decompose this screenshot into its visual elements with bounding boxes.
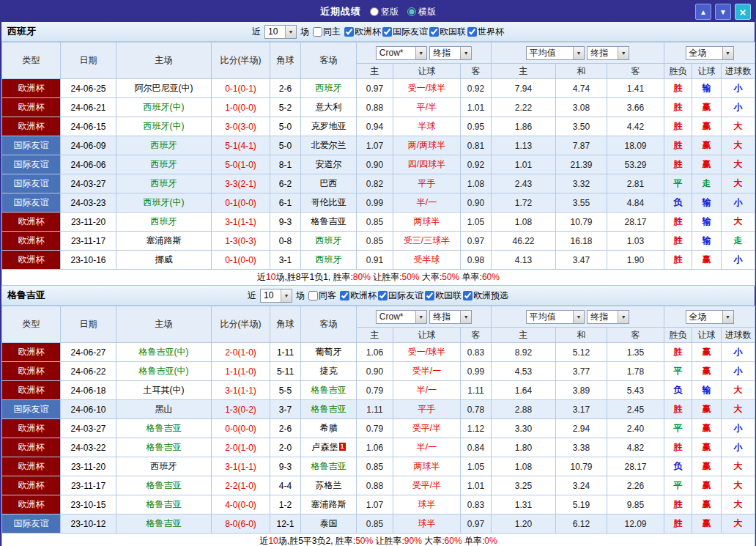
home-team: 黑山 <box>116 400 212 419</box>
result-goals: 大 <box>722 155 755 174</box>
scope-select[interactable]: 全场▼ <box>686 46 734 60</box>
avg-odds-home: 1.64 <box>492 381 556 400</box>
close-button[interactable]: × <box>735 4 751 20</box>
avg-odds-away: 4.82 <box>607 438 664 457</box>
competition-checkbox[interactable]: 国际友谊 <box>378 289 423 302</box>
summary-label: 近 <box>257 272 266 282</box>
home-team: 格鲁吉亚 <box>116 438 212 457</box>
layout-horizontal-option[interactable]: 横版 <box>407 6 436 18</box>
section-filterbar: 西班牙 近 10▼ 场 同主 欧洲杯国际友谊欧国联世界杯 <box>1 22 755 42</box>
competition-checkbox[interactable]: 国际友谊 <box>382 26 428 38</box>
move-up-button[interactable]: ▲ <box>695 4 711 20</box>
match-type: 欧洲杯 <box>2 79 61 98</box>
recent-count-select[interactable]: 10▼ <box>260 289 292 303</box>
same-venue-input[interactable] <box>313 27 322 37</box>
result-goals: 小 <box>722 419 755 438</box>
result-wdl: 负 <box>664 193 692 213</box>
average-stage-select[interactable]: 终指▼ <box>587 46 629 60</box>
away-team: 格鲁吉亚 <box>301 400 357 419</box>
result-wdl: 胜 <box>664 98 692 117</box>
score: 0-1(0-0) <box>212 193 270 213</box>
average-select[interactable]: 平均值▼ <box>526 310 585 324</box>
handicap-odds-home: 0.85 <box>357 514 393 534</box>
summary-value: 50% <box>355 536 373 546</box>
move-down-button[interactable]: ▼ <box>715 4 731 20</box>
scope-select[interactable]: 全场▼ <box>686 310 734 324</box>
competition-checkbox[interactable]: 欧洲杯 <box>340 289 377 302</box>
competition-checkbox[interactable]: 欧洲预选 <box>463 289 508 302</box>
competition-input[interactable] <box>429 27 439 37</box>
competition-checkbox[interactable]: 欧洲杯 <box>344 26 381 38</box>
home-team: 西班牙 <box>116 174 212 193</box>
horizontal-radio[interactable] <box>407 7 416 16</box>
competition-label: 欧国联 <box>440 26 466 38</box>
bookmaker-select[interactable]: Crow*▼ <box>376 310 427 324</box>
competition-input[interactable] <box>344 27 354 37</box>
handicap-odds-away: 1.01 <box>461 98 492 117</box>
recent-count-select[interactable]: 10▼ <box>264 25 297 39</box>
away-team: 葡萄牙 <box>301 343 357 362</box>
result-handicap: 赢 <box>692 117 722 136</box>
same-venue-checkbox[interactable]: 同客 <box>308 289 336 302</box>
competition-checkbox[interactable]: 世界杯 <box>467 26 504 38</box>
avg-odds-draw: 3.38 <box>556 438 607 457</box>
competition-checkbox[interactable]: 欧国联 <box>425 289 462 302</box>
competition-input[interactable] <box>467 27 477 37</box>
handicap-odds-away: 1.05 <box>461 213 492 232</box>
sub-avg-away: 客 <box>607 328 664 343</box>
handicap-odds-home: 1.07 <box>357 495 393 514</box>
handicap-line: 四/四球半 <box>393 155 461 174</box>
filter-controls: 近 10▼ 场 同客 欧洲杯国际友谊欧国联欧洲预选 <box>248 289 508 303</box>
average-select[interactable]: 平均值▼ <box>526 46 585 60</box>
odds-stage-select[interactable]: 终指▼ <box>429 46 472 60</box>
avg-odds-home: 4.13 <box>492 251 556 270</box>
handicap-odds-away: 0.83 <box>461 495 492 514</box>
competition-input[interactable] <box>463 291 472 300</box>
panel-title: 近期战绩 <box>320 5 361 18</box>
sub-result-handicap: 让球 <box>692 64 722 79</box>
bookmaker-select[interactable]: Crow*▼ <box>376 46 427 60</box>
competition-input[interactable] <box>378 291 388 300</box>
same-venue-checkbox[interactable]: 同主 <box>313 26 341 38</box>
competition-checkbox[interactable]: 欧国联 <box>429 26 466 38</box>
competition-input[interactable] <box>382 27 392 37</box>
summary-value: 60% <box>482 272 500 282</box>
handicap-odds-home: 0.85 <box>357 232 393 251</box>
score: 2-0(1-0) <box>212 438 270 457</box>
handicap-odds-away: 1.11 <box>461 381 492 400</box>
same-venue-input[interactable] <box>308 291 318 300</box>
summary-value: 10 <box>268 536 278 546</box>
filter-controls: 近 10▼ 场 同主 欧洲杯国际友谊欧国联世界杯 <box>252 25 504 39</box>
recent-results-panel: 近期战绩 竖版 横版 ▲ ▼ × 西班牙 近 10▼ 场 <box>0 0 756 546</box>
away-team: 格鲁吉亚 <box>301 381 357 400</box>
sub-avg-draw: 和 <box>556 328 607 343</box>
match-date: 23-11-20 <box>61 213 116 232</box>
titlebar-center: 近期战绩 竖版 横版 <box>320 5 436 18</box>
col-home: 主场 <box>116 306 212 343</box>
competition-label: 欧洲杯 <box>355 26 381 38</box>
handicap-odds-away: 1.05 <box>461 457 492 476</box>
score: 0-1(0-0) <box>212 251 270 270</box>
match-row: 国际友谊24-06-06西班牙5-0(1-0)8-1安道尔0.90四/四球半0.… <box>2 155 755 174</box>
avg-odds-away: 2.26 <box>607 476 664 495</box>
vertical-radio[interactable] <box>370 7 379 16</box>
match-type: 欧洲杯 <box>2 419 61 438</box>
avg-odds-draw: 10.79 <box>556 213 607 232</box>
avg-odds-draw: 3.89 <box>556 381 607 400</box>
odds-stage-select[interactable]: 终指▼ <box>429 310 472 324</box>
avg-odds-draw: 21.39 <box>556 155 607 174</box>
average-stage-select[interactable]: 终指▼ <box>587 310 629 324</box>
layout-vertical-option[interactable]: 竖版 <box>370 6 399 18</box>
score: 0-0(0-0) <box>212 419 270 438</box>
competition-input[interactable] <box>425 291 434 300</box>
home-team: 塞浦路斯 <box>116 232 212 251</box>
match-date: 24-03-23 <box>61 193 116 213</box>
team-name: 西班牙 <box>7 25 36 38</box>
result-goals: 小 <box>722 362 755 381</box>
summary-label: 大率: <box>420 272 442 282</box>
handicap-line: 平/半 <box>393 98 461 117</box>
corners: 5-0 <box>270 117 301 136</box>
corners: 5-11 <box>270 362 301 381</box>
competition-input[interactable] <box>340 291 349 300</box>
result-goals: 大 <box>722 495 755 514</box>
